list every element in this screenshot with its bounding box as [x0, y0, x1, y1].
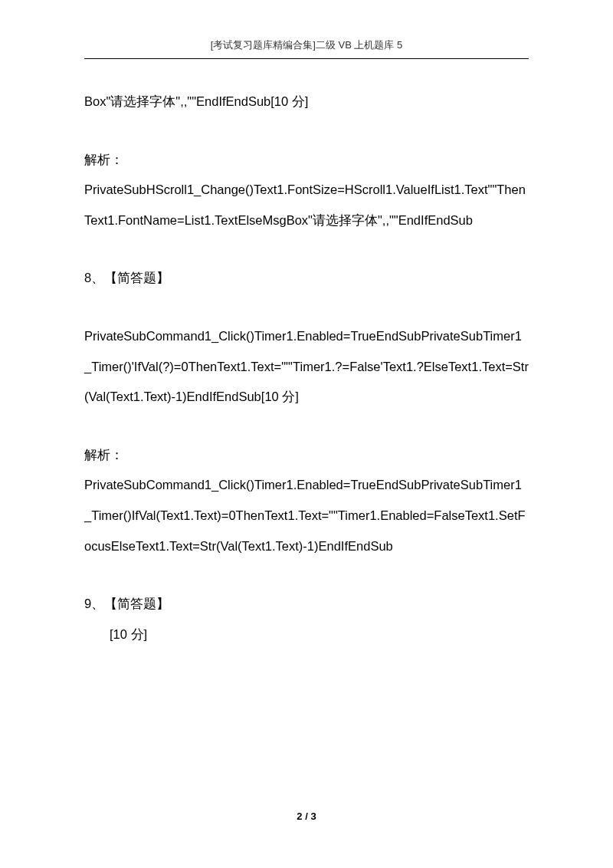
question-9-points: [10 分]: [84, 620, 529, 650]
page-header: [考试复习题库精编合集]二级 VB 上机题库 5: [84, 38, 529, 59]
page-content: Box"请选择字体",,""EndIfEndSub[10 分] 解析： Priv…: [84, 87, 529, 807]
paragraph-continuation: Box"请选择字体",,""EndIfEndSub[10 分]: [84, 87, 529, 117]
question-9-block: 9、【简答题】 [10 分]: [84, 589, 529, 649]
analysis-body: PrivateSubCommand1_Click()Timer1.Enabled…: [84, 478, 526, 552]
question-8-heading: 8、【简答题】: [84, 263, 529, 294]
header-text: [考试复习题库精编合集]二级 VB 上机题库 5: [211, 39, 403, 51]
question-8-body: PrivateSubCommand1_Click()Timer1.Enabled…: [84, 321, 529, 413]
analysis-block-2: 解析： PrivateSubCommand1_Click()Timer1.Ena…: [84, 440, 529, 561]
analysis-block-1: 解析： PrivateSubHScroll1_Change()Text1.Fon…: [84, 145, 529, 236]
page-number: 2 / 3: [297, 810, 316, 822]
document-page: [考试复习题库精编合集]二级 VB 上机题库 5 Box"请选择字体",,""E…: [0, 0, 613, 868]
analysis-label: 解析：: [84, 448, 123, 462]
analysis-body: PrivateSubHScroll1_Change()Text1.FontSiz…: [84, 182, 526, 227]
analysis-label: 解析：: [84, 153, 123, 166]
question-9-heading: 9、【简答题】: [84, 589, 529, 620]
page-footer: 2 / 3: [84, 807, 529, 822]
